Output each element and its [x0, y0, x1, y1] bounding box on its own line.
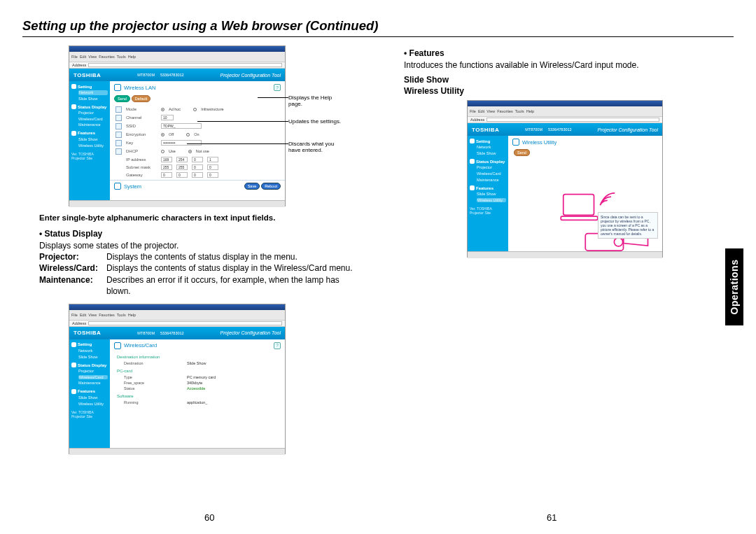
page-title: Setting up the projector using a Web bro… [0, 0, 756, 36]
svg-rect-0 [564, 195, 594, 216]
status-display-header: Status Display [39, 229, 359, 239]
features-header: Features [404, 48, 736, 58]
page-number-left: 60 [204, 512, 214, 523]
screenshot-wireless-lan: FileEditViewFavoritesToolsHelp Address T… [69, 45, 286, 206]
callout-help: Displays the Help page. [288, 94, 332, 107]
left-column: FileEditViewFavoritesToolsHelp Address T… [20, 44, 359, 454]
send-button[interactable]: Send [114, 95, 130, 102]
screenshot-wireless-utility: FileEditViewFavoritesToolsHelp Address T… [467, 100, 663, 258]
reboot-button[interactable]: Reboot [261, 183, 281, 190]
right-column: Features Introduces the functions availa… [397, 44, 736, 454]
screenshot-wireless-card: FileEditViewFavoritesToolsHelp Address T… [69, 304, 286, 454]
illustration-note: Since data can be sent to a projector by… [598, 212, 658, 239]
features-intro: Introduces the functions available in Wi… [404, 59, 736, 71]
page-number-right: 61 [547, 512, 556, 523]
svg-point-3 [614, 238, 622, 246]
help-icon[interactable]: ? [274, 342, 281, 349]
status-display-intro: Displays some states of the projector. [39, 240, 359, 251]
callout-discard: Discards what you have entered. [288, 141, 334, 153]
svg-rect-1 [561, 216, 598, 220]
default-button[interactable]: Default [132, 95, 150, 102]
wireless-utility-header: Wireless Utility [404, 86, 736, 96]
send-button[interactable]: Send [514, 149, 530, 156]
save-button[interactable]: Save [244, 183, 260, 190]
callout-update: Updates the settings. [288, 118, 341, 125]
help-icon[interactable]: ? [274, 84, 281, 91]
slideshow-header: Slide Show [404, 75, 736, 85]
status-definitions: Projector:Displays the contents of statu… [39, 251, 359, 297]
section-tab-operations: Operations [725, 248, 743, 325]
input-note: Enter single-byte alphanumeric character… [39, 213, 359, 222]
title-rule [22, 36, 734, 37]
